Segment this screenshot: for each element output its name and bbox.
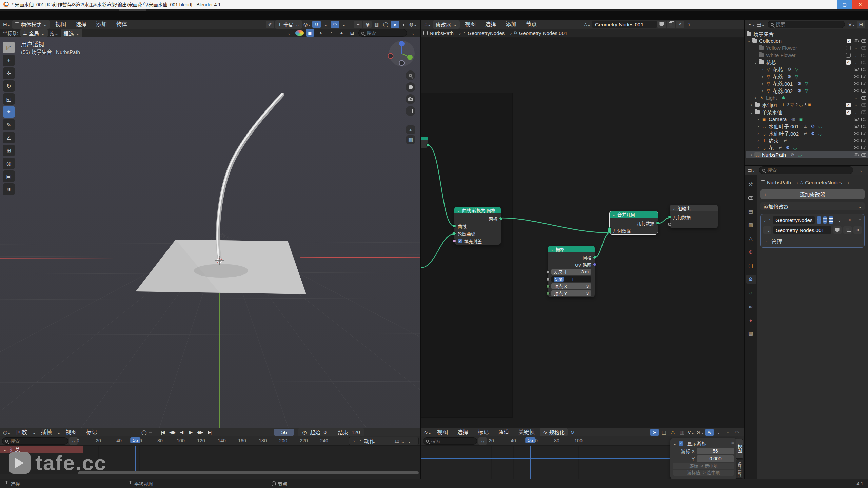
node-tree-name-field[interactable]: Geometry Nodes.001 [592,21,657,28]
expand-range-icon[interactable]: ↔ [478,437,487,445]
tool-scale-icon[interactable]: ◱ [3,93,15,105]
camera-restrict-icon[interactable] [861,96,866,100]
shading-rendered-icon[interactable]: ◍ [409,21,417,28]
paint-mask-icon[interactable]: ⊟ [348,29,356,37]
tool-extra-2-icon[interactable]: ▣ [3,170,15,182]
node-group-output[interactable]: 组输出 几何数据 [670,205,718,228]
breadcrumb-object[interactable]: NurbsPath [423,30,461,36]
eye-closed-icon[interactable]: ⌄ [853,103,859,107]
outliner-row-dandshuixian[interactable]: ⌄单朵水仙✓⌄ [746,108,868,116]
outliner-row-yueshu[interactable]: ›⟂约束Ƶ [746,137,868,144]
socket-profile-in[interactable] [453,232,456,235]
graph-menu-view[interactable]: 视图 [433,428,452,437]
modifier-delete-icon[interactable]: × [845,216,854,224]
timeline-search[interactable] [2,437,68,445]
pan-hand-icon[interactable] [406,82,415,92]
snap-curve-icon[interactable]: ∿ [705,429,714,436]
image-reference-icon[interactable]: ▨ [406,135,415,144]
sidebar-tab-mat-list[interactable]: Mat List [736,460,743,479]
properties-search-input[interactable] [767,167,850,173]
viewport-canvas[interactable]: ◸ + ✛ ↻ ◱ ⌖ ✎ ∠ ⊞ ◎ ▣ ≋ 用户透视 (56) 场景集合 |… [0,37,420,428]
eye-icon[interactable] [854,75,859,78]
tool-annotate-icon[interactable]: ✎ [3,119,15,130]
minimize-button[interactable]: — [821,0,837,9]
tab-world-icon[interactable]: ⊕ [746,248,756,257]
timeline-menu-keying[interactable]: 插帧 [37,428,56,437]
outliner-display-mode-icon[interactable]: ⏷ [747,21,756,28]
outliner-row-huarui-002[interactable]: ›▽花蕊.002⚙▽ [746,87,868,94]
timeline-ruler[interactable]: ↔ 0 20 40 60 80 100 120 140 160 180 200 … [0,436,420,446]
camera-restrict-icon[interactable] [861,39,866,43]
material-preview-dropdown-icon[interactable] [285,29,293,37]
offscreen-large-node[interactable] [421,93,513,418]
tool-extra-3-icon[interactable]: ≋ [3,183,15,195]
camera-restrict-icon[interactable] [861,46,866,50]
tool-extra-1-icon[interactable]: ◎ [3,158,15,169]
vertices-x-field[interactable]: 顶点 X3 [551,283,591,289]
node-menu-node[interactable]: 节点 [521,20,541,29]
properties-editor-icon[interactable]: ▤ [747,166,756,174]
xray-toggle-icon[interactable]: ▥ [372,21,381,28]
tool-cursor-icon[interactable]: + [3,55,15,66]
camera-restrict-icon[interactable] [861,146,866,149]
select-cursor-icon[interactable]: ➤ [650,429,659,436]
size-y-field-editing[interactable]: 5 mI [551,276,591,282]
show-gizmo-icon[interactable]: ⌖ [354,21,362,28]
breadcrumb-modifier[interactable]: ∴GeometryNodes [463,30,512,36]
offscreen-node-stub[interactable] [421,137,428,148]
outliner-filter-id-icon[interactable]: ▤ [756,21,765,28]
proportional-icon[interactable]: ◦ [724,429,732,436]
outliner-row-huaxin-object[interactable]: ›▽花芯⚙▽ [746,66,868,73]
eye-icon[interactable] [854,125,859,128]
size-x-field[interactable]: X 尺寸3 m [551,269,591,275]
tool-rotate-icon[interactable]: ↻ [3,80,15,92]
outliner-row-camera[interactable]: ›▣Camera◍▣ [746,116,868,123]
breadcrumb-modifier[interactable]: ∴GeometryNodes [800,180,849,185]
outliner-search[interactable] [768,21,845,28]
cursor-to-selected-button[interactable]: 游标 -> 选中项 [673,463,734,469]
outliner-row-huarui-001[interactable]: ›▽花蕊.001⚙▽ [746,80,868,87]
camera-restrict-icon[interactable] [861,89,866,93]
breadcrumb-object[interactable]: NurbsPath [761,180,798,185]
socket-group-output-in[interactable] [668,215,671,219]
outliner-row-yellow-flower[interactable]: Yellow Flower⌄ [746,44,868,52]
eye-icon[interactable] [854,153,859,156]
pivot-icon[interactable]: ⊙ [696,429,705,436]
camera-restrict-icon[interactable] [861,82,866,85]
outliner-row-scene-collection[interactable]: 场景集合 [746,30,868,37]
eye-icon[interactable] [854,68,859,71]
eye-icon[interactable] [854,132,859,135]
properties-search[interactable] [759,166,853,174]
node-curve-to-mesh[interactable]: 曲线 转换为 网格 网格 曲线 轮廓曲线 ✓填充封盖 [454,207,501,245]
tool-settings-chevron-icon[interactable] [409,29,417,37]
orientation-value-dropdown[interactable]: ⟂全局 [20,29,48,37]
node-canvas[interactable]: 曲线 转换为 网格 网格 曲线 轮廓曲线 ✓填充封盖 栅格 网格 UV 贴图 X… [421,38,744,428]
display-render-icon[interactable] [829,216,833,224]
display-edit-mode-icon[interactable]: ⬚ [817,216,821,224]
mode-dropdown[interactable]: 物体模式 [12,20,50,29]
unlink-x-icon[interactable]: × [853,226,862,234]
selectability-toggle-icon[interactable]: ◑ [316,29,325,37]
tool-transform-icon[interactable]: ⌖ [3,106,15,118]
close-button[interactable]: ✕ [852,0,868,9]
expand-icon[interactable]: › [763,239,769,244]
new-collection-icon[interactable]: ⊞ [857,21,865,28]
playhead-badge[interactable]: 56 [525,437,535,443]
socket-size-x-in[interactable] [546,270,550,274]
socket-size-y-in[interactable] [546,278,550,281]
outliner-row-white-flower[interactable]: White Flower⌄ [746,52,868,59]
timeline-playhead[interactable] [135,446,136,474]
play-icon[interactable]: ▶ [186,429,195,436]
graph-search-input[interactable] [431,438,465,444]
shading-solid-icon[interactable]: ● [391,21,399,28]
eyedropper-icon[interactable]: ✐ [266,21,274,28]
new-copy-icon[interactable] [667,21,675,28]
ghost-curves-icon[interactable]: ▥ [678,429,686,436]
eye-icon[interactable] [854,82,859,85]
socket-virtual-in[interactable] [668,223,671,226]
eye-icon[interactable] [854,139,859,142]
tab-texture-icon[interactable]: ▩ [746,329,756,338]
colorful-sphere-icon[interactable] [295,30,304,36]
viewport-display-icon[interactable]: ◕ [337,29,346,37]
drag-mode-dropdown[interactable]: 框选 [61,29,83,37]
